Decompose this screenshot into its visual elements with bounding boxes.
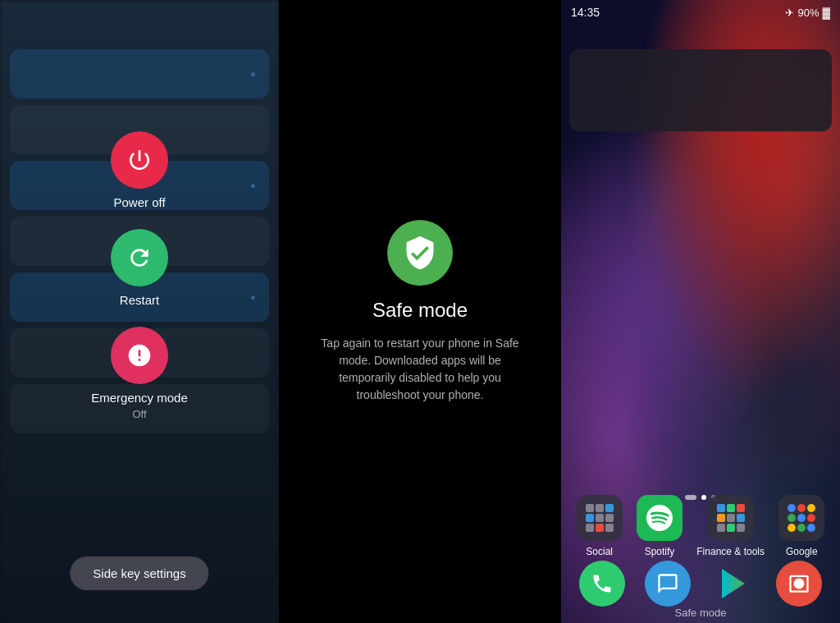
power-off-label: Power off: [113, 195, 165, 209]
social-label: Social: [586, 546, 613, 557]
power-off-item[interactable]: Power off: [111, 131, 168, 209]
mini-dot: [596, 524, 604, 532]
phone-icon: [591, 572, 614, 595]
app-grid: Social Spotify: [561, 495, 840, 557]
mini-dot: [727, 524, 735, 532]
google-label: Google: [786, 546, 818, 557]
safe-mode-description: Tap again to restart your phone in Safe …: [312, 335, 528, 404]
emergency-item[interactable]: Emergency mode Off: [91, 327, 188, 420]
shield-check-icon: [402, 235, 438, 271]
restart-icon-circle: [111, 229, 168, 286]
messages-icon: [656, 572, 679, 595]
left-power-panel: ● ● ● Power off Restart: [0, 0, 279, 623]
mini-dot: [605, 504, 614, 512]
spotify-icon: [637, 495, 682, 541]
spotify-label: Spotify: [645, 546, 675, 557]
mini-dot: [605, 514, 614, 522]
dock-messages[interactable]: [645, 561, 691, 607]
mini-dot: [717, 524, 725, 532]
dock-play-store[interactable]: [710, 561, 756, 607]
mini-dot: [717, 514, 725, 522]
finance-label: Finance & tools: [696, 546, 765, 557]
app-google[interactable]: Google: [778, 495, 824, 557]
mini-dot: [596, 514, 604, 522]
battery-icon: ▓: [823, 7, 830, 19]
status-icons: ✈ 90% ▓: [785, 7, 830, 19]
camera-icon: [788, 572, 810, 595]
airplane-icon: ✈: [785, 7, 794, 19]
spotify-logo: [646, 505, 673, 531]
g-dot-yellow: [807, 504, 815, 512]
g-dot-blue2: [797, 514, 806, 522]
mini-dot: [717, 504, 725, 512]
safe-mode-bottom-label: Safe mode: [561, 607, 840, 619]
app-social[interactable]: Social: [577, 495, 623, 557]
safe-mode-icon-circle[interactable]: [387, 220, 453, 286]
mini-dot: [727, 504, 735, 512]
restart-label: Restart: [120, 293, 159, 307]
g-dot-green: [788, 514, 796, 522]
status-bar: 14:35 ✈ 90% ▓: [561, 0, 840, 25]
dock-phone[interactable]: [579, 561, 625, 607]
mini-dot: [586, 504, 594, 512]
mini-dot: [586, 524, 594, 532]
bottom-dock: [561, 561, 840, 607]
g-dot-red2: [807, 514, 815, 522]
app-spotify[interactable]: Spotify: [637, 495, 682, 557]
mini-dot: [737, 514, 745, 522]
g-dot-blue: [788, 504, 796, 512]
app-finance[interactable]: Finance & tools: [696, 495, 765, 557]
battery-text: 90%: [797, 7, 819, 19]
right-phone-panel: 14:35 ✈ 90% ▓: [561, 0, 840, 623]
emergency-label: Emergency mode: [91, 391, 188, 405]
finance-icon: [708, 495, 754, 541]
blur-row-1: ●: [10, 49, 269, 98]
mini-dot: [586, 514, 594, 522]
mini-dot: [737, 504, 745, 512]
status-time: 14:35: [571, 6, 600, 19]
g-dot-yellow2: [788, 524, 796, 532]
middle-safe-mode-panel: Safe mode Tap again to restart your phon…: [279, 0, 561, 623]
notification-overlay-box: [569, 49, 832, 131]
google-icon: [778, 495, 824, 541]
safe-mode-title: Safe mode: [372, 299, 468, 322]
emergency-icon-circle: [111, 327, 168, 384]
dock-camera[interactable]: [776, 561, 822, 607]
restart-icon: [126, 245, 153, 271]
power-icon: [126, 147, 153, 173]
play-store-icon: [714, 564, 753, 603]
power-off-icon-circle: [111, 131, 168, 189]
emergency-icon: [126, 342, 153, 369]
g-dot-red: [797, 504, 806, 512]
g-dot-blue3: [807, 524, 815, 532]
power-menu: Power off Restart Emergency mode Off: [0, 131, 279, 420]
emergency-sublabel: Off: [132, 408, 146, 420]
mini-dot: [596, 504, 604, 512]
mini-dot: [737, 524, 745, 532]
side-key-settings-button[interactable]: Side key settings: [70, 557, 208, 590]
social-icon: [577, 495, 623, 541]
mini-dot: [727, 514, 735, 522]
mini-dot: [605, 524, 614, 532]
g-dot-green2: [797, 524, 806, 532]
restart-item[interactable]: Restart: [111, 229, 168, 307]
